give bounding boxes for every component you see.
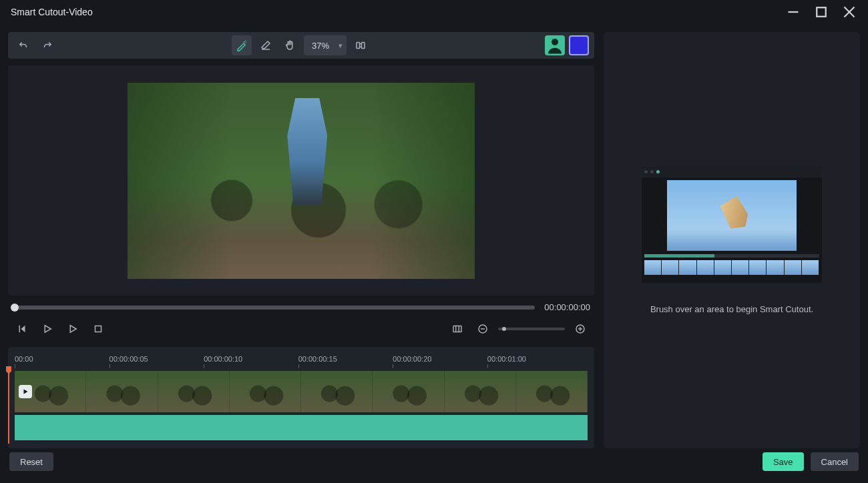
reset-button[interactable]: Reset	[9, 452, 53, 471]
toolbar: 37% ▾	[8, 32, 594, 59]
next-frame-button[interactable]	[63, 319, 83, 339]
svg-point-7	[552, 39, 558, 45]
scrubber-track[interactable]	[12, 306, 535, 310]
timeline[interactable]: 00:00 00:00:00:05 00:00:00:10 00:00:00:1…	[8, 347, 594, 448]
magic-brush-button[interactable]	[232, 35, 252, 55]
scrubber-handle[interactable]	[11, 304, 19, 312]
svg-rect-5	[357, 43, 360, 49]
frame-thumb	[445, 371, 516, 412]
undo-button[interactable]	[13, 35, 33, 55]
hint-thumbnail	[642, 167, 822, 283]
frame-thumb	[86, 371, 158, 412]
cancel-button[interactable]: Cancel	[811, 452, 859, 471]
zoom-out-button[interactable]	[473, 319, 493, 339]
time-mark: 00:00:00:05	[110, 355, 148, 368]
play-button[interactable]	[37, 319, 57, 339]
save-button[interactable]: Save	[763, 452, 804, 471]
timeline-ruler: 00:00 00:00:00:05 00:00:00:10 00:00:00:1…	[15, 352, 588, 371]
frame-thumb	[373, 371, 444, 412]
window-controls	[785, 4, 861, 20]
time-mark: 00:00:00:10	[204, 355, 242, 368]
zoom-value: 37%	[312, 41, 329, 51]
playback-controls	[8, 319, 594, 339]
preview-frame-image	[128, 83, 475, 279]
time-mark: 00:00:00:20	[393, 355, 431, 368]
stop-button[interactable]	[88, 319, 108, 339]
cutout-track[interactable]	[15, 415, 588, 440]
frame-thumb	[230, 371, 301, 412]
playhead[interactable]	[8, 370, 9, 444]
zoom-slider-handle[interactable]	[502, 327, 506, 331]
preview-canvas[interactable]	[8, 65, 594, 296]
hint-text: Brush over an area to begin Smart Cutout…	[650, 304, 813, 314]
frame-thumb	[158, 371, 230, 412]
subject-button[interactable]	[545, 35, 565, 55]
svg-rect-1	[817, 7, 826, 17]
frames-track[interactable]	[15, 371, 588, 412]
hint-pane: Brush over an area to begin Smart Cutout…	[604, 32, 860, 448]
time-mark: 00:00	[15, 355, 33, 368]
frame-thumb	[516, 371, 588, 412]
maximize-button[interactable]	[813, 4, 829, 20]
editor-pane: 37% ▾ 00:00:00:00	[8, 32, 594, 448]
track-play-icon	[19, 385, 32, 398]
prev-frame-button[interactable]	[12, 319, 32, 339]
time-mark: 00:00:01:00	[487, 355, 526, 368]
frame-thumb	[301, 371, 373, 412]
compare-toggle-button[interactable]	[351, 35, 371, 55]
time-mark: 00:00:00:15	[298, 355, 337, 368]
close-button[interactable]	[841, 4, 857, 20]
timecode: 00:00:00:00	[544, 302, 590, 312]
zoom-slider[interactable]	[498, 328, 565, 330]
svg-rect-6	[362, 43, 365, 49]
svg-rect-9	[453, 326, 461, 332]
fit-screen-button[interactable]	[447, 319, 467, 339]
chevron-down-icon: ▾	[339, 41, 343, 50]
svg-rect-8	[95, 326, 101, 332]
eraser-button[interactable]	[256, 35, 276, 55]
minimize-button[interactable]	[785, 4, 801, 20]
redo-button[interactable]	[37, 35, 57, 55]
background-color-swatch[interactable]	[569, 35, 589, 55]
pan-button[interactable]	[280, 35, 300, 55]
window-title: Smart Cutout-Video	[11, 7, 93, 17]
footer: Reset Save Cancel	[0, 448, 868, 475]
zoom-dropdown[interactable]: 37% ▾	[304, 35, 347, 55]
titlebar: Smart Cutout-Video	[0, 0, 868, 24]
zoom-in-button[interactable]	[570, 319, 590, 339]
